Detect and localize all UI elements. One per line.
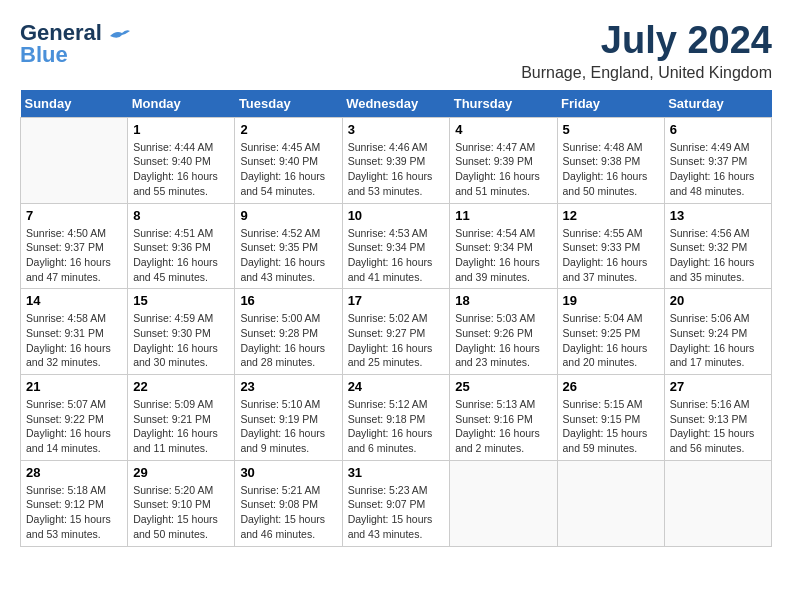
day-number: 18 (455, 293, 551, 308)
calendar-cell: 26Sunrise: 5:15 AM Sunset: 9:15 PM Dayli… (557, 375, 664, 461)
calendar-cell (450, 460, 557, 546)
calendar-cell: 31Sunrise: 5:23 AM Sunset: 9:07 PM Dayli… (342, 460, 450, 546)
day-number: 29 (133, 465, 229, 480)
week-row-5: 28Sunrise: 5:18 AM Sunset: 9:12 PM Dayli… (21, 460, 772, 546)
day-number: 10 (348, 208, 445, 223)
day-number: 22 (133, 379, 229, 394)
column-header-thursday: Thursday (450, 90, 557, 118)
calendar-cell: 16Sunrise: 5:00 AM Sunset: 9:28 PM Dayli… (235, 289, 342, 375)
day-number: 25 (455, 379, 551, 394)
column-header-wednesday: Wednesday (342, 90, 450, 118)
calendar-cell: 20Sunrise: 5:06 AM Sunset: 9:24 PM Dayli… (664, 289, 771, 375)
calendar-cell: 29Sunrise: 5:20 AM Sunset: 9:10 PM Dayli… (128, 460, 235, 546)
calendar-cell: 28Sunrise: 5:18 AM Sunset: 9:12 PM Dayli… (21, 460, 128, 546)
calendar-cell: 2Sunrise: 4:45 AM Sunset: 9:40 PM Daylig… (235, 117, 342, 203)
day-info: Sunrise: 4:56 AM Sunset: 9:32 PM Dayligh… (670, 226, 766, 285)
column-header-monday: Monday (128, 90, 235, 118)
day-number: 12 (563, 208, 659, 223)
column-header-tuesday: Tuesday (235, 90, 342, 118)
calendar-cell (557, 460, 664, 546)
logo-blue: Blue (20, 42, 68, 68)
column-header-saturday: Saturday (664, 90, 771, 118)
day-info: Sunrise: 4:50 AM Sunset: 9:37 PM Dayligh… (26, 226, 122, 285)
day-number: 26 (563, 379, 659, 394)
day-info: Sunrise: 5:16 AM Sunset: 9:13 PM Dayligh… (670, 397, 766, 456)
calendar-table: SundayMondayTuesdayWednesdayThursdayFrid… (20, 90, 772, 547)
day-number: 14 (26, 293, 122, 308)
day-number: 1 (133, 122, 229, 137)
day-number: 16 (240, 293, 336, 308)
day-info: Sunrise: 5:04 AM Sunset: 9:25 PM Dayligh… (563, 311, 659, 370)
calendar-cell: 14Sunrise: 4:58 AM Sunset: 9:31 PM Dayli… (21, 289, 128, 375)
calendar-cell: 1Sunrise: 4:44 AM Sunset: 9:40 PM Daylig… (128, 117, 235, 203)
day-number: 31 (348, 465, 445, 480)
day-number: 7 (26, 208, 122, 223)
month-title: July 2024 (521, 20, 772, 62)
day-number: 3 (348, 122, 445, 137)
day-number: 28 (26, 465, 122, 480)
day-number: 9 (240, 208, 336, 223)
calendar-cell: 23Sunrise: 5:10 AM Sunset: 9:19 PM Dayli… (235, 375, 342, 461)
day-info: Sunrise: 5:06 AM Sunset: 9:24 PM Dayligh… (670, 311, 766, 370)
day-info: Sunrise: 4:55 AM Sunset: 9:33 PM Dayligh… (563, 226, 659, 285)
calendar-cell: 8Sunrise: 4:51 AM Sunset: 9:36 PM Daylig… (128, 203, 235, 289)
day-number: 20 (670, 293, 766, 308)
calendar-cell (664, 460, 771, 546)
day-number: 4 (455, 122, 551, 137)
calendar-cell: 17Sunrise: 5:02 AM Sunset: 9:27 PM Dayli… (342, 289, 450, 375)
calendar-cell: 6Sunrise: 4:49 AM Sunset: 9:37 PM Daylig… (664, 117, 771, 203)
day-info: Sunrise: 4:47 AM Sunset: 9:39 PM Dayligh… (455, 140, 551, 199)
day-number: 27 (670, 379, 766, 394)
day-info: Sunrise: 5:00 AM Sunset: 9:28 PM Dayligh… (240, 311, 336, 370)
calendar-cell: 4Sunrise: 4:47 AM Sunset: 9:39 PM Daylig… (450, 117, 557, 203)
day-number: 24 (348, 379, 445, 394)
column-header-sunday: Sunday (21, 90, 128, 118)
calendar-cell: 13Sunrise: 4:56 AM Sunset: 9:32 PM Dayli… (664, 203, 771, 289)
day-number: 5 (563, 122, 659, 137)
day-number: 2 (240, 122, 336, 137)
day-info: Sunrise: 5:15 AM Sunset: 9:15 PM Dayligh… (563, 397, 659, 456)
day-info: Sunrise: 5:03 AM Sunset: 9:26 PM Dayligh… (455, 311, 551, 370)
day-info: Sunrise: 5:02 AM Sunset: 9:27 PM Dayligh… (348, 311, 445, 370)
page-header: General Blue July 2024 Burnage, England,… (20, 20, 772, 82)
day-number: 15 (133, 293, 229, 308)
location: Burnage, England, United Kingdom (521, 64, 772, 82)
calendar-cell: 9Sunrise: 4:52 AM Sunset: 9:35 PM Daylig… (235, 203, 342, 289)
calendar-cell: 7Sunrise: 4:50 AM Sunset: 9:37 PM Daylig… (21, 203, 128, 289)
calendar-cell: 11Sunrise: 4:54 AM Sunset: 9:34 PM Dayli… (450, 203, 557, 289)
day-number: 17 (348, 293, 445, 308)
day-info: Sunrise: 5:18 AM Sunset: 9:12 PM Dayligh… (26, 483, 122, 542)
week-row-2: 7Sunrise: 4:50 AM Sunset: 9:37 PM Daylig… (21, 203, 772, 289)
day-number: 30 (240, 465, 336, 480)
day-info: Sunrise: 4:45 AM Sunset: 9:40 PM Dayligh… (240, 140, 336, 199)
day-info: Sunrise: 5:23 AM Sunset: 9:07 PM Dayligh… (348, 483, 445, 542)
calendar-cell: 24Sunrise: 5:12 AM Sunset: 9:18 PM Dayli… (342, 375, 450, 461)
day-info: Sunrise: 5:10 AM Sunset: 9:19 PM Dayligh… (240, 397, 336, 456)
day-info: Sunrise: 4:58 AM Sunset: 9:31 PM Dayligh… (26, 311, 122, 370)
day-info: Sunrise: 5:21 AM Sunset: 9:08 PM Dayligh… (240, 483, 336, 542)
day-info: Sunrise: 5:12 AM Sunset: 9:18 PM Dayligh… (348, 397, 445, 456)
column-header-friday: Friday (557, 90, 664, 118)
day-info: Sunrise: 4:46 AM Sunset: 9:39 PM Dayligh… (348, 140, 445, 199)
calendar-cell: 12Sunrise: 4:55 AM Sunset: 9:33 PM Dayli… (557, 203, 664, 289)
calendar-cell: 18Sunrise: 5:03 AM Sunset: 9:26 PM Dayli… (450, 289, 557, 375)
week-row-3: 14Sunrise: 4:58 AM Sunset: 9:31 PM Dayli… (21, 289, 772, 375)
day-number: 13 (670, 208, 766, 223)
bird-icon (108, 28, 130, 44)
logo: General Blue (20, 20, 130, 68)
calendar-cell: 5Sunrise: 4:48 AM Sunset: 9:38 PM Daylig… (557, 117, 664, 203)
day-info: Sunrise: 4:54 AM Sunset: 9:34 PM Dayligh… (455, 226, 551, 285)
calendar-cell: 10Sunrise: 4:53 AM Sunset: 9:34 PM Dayli… (342, 203, 450, 289)
day-number: 8 (133, 208, 229, 223)
title-area: July 2024 Burnage, England, United Kingd… (521, 20, 772, 82)
day-number: 19 (563, 293, 659, 308)
day-info: Sunrise: 4:48 AM Sunset: 9:38 PM Dayligh… (563, 140, 659, 199)
calendar-cell: 3Sunrise: 4:46 AM Sunset: 9:39 PM Daylig… (342, 117, 450, 203)
week-row-4: 21Sunrise: 5:07 AM Sunset: 9:22 PM Dayli… (21, 375, 772, 461)
calendar-cell: 30Sunrise: 5:21 AM Sunset: 9:08 PM Dayli… (235, 460, 342, 546)
calendar-cell: 22Sunrise: 5:09 AM Sunset: 9:21 PM Dayli… (128, 375, 235, 461)
day-info: Sunrise: 4:53 AM Sunset: 9:34 PM Dayligh… (348, 226, 445, 285)
day-number: 6 (670, 122, 766, 137)
day-info: Sunrise: 5:09 AM Sunset: 9:21 PM Dayligh… (133, 397, 229, 456)
calendar-cell: 21Sunrise: 5:07 AM Sunset: 9:22 PM Dayli… (21, 375, 128, 461)
